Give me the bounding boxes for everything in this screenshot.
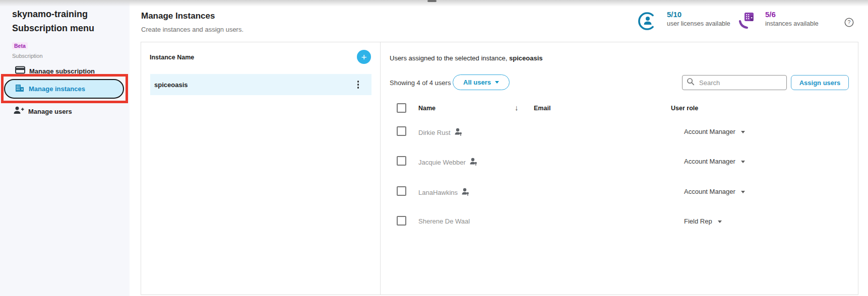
chevron-down-icon bbox=[718, 220, 722, 223]
sidebar-title-line1: skynamo-training bbox=[12, 7, 94, 21]
instance-name-column-header: Instance Name bbox=[150, 54, 194, 61]
user-role-dropdown[interactable]: Field Rep bbox=[684, 217, 722, 225]
panel-divider bbox=[380, 42, 381, 294]
user-name: Sherene De Waal bbox=[418, 217, 470, 225]
row-checkbox[interactable] bbox=[397, 126, 406, 136]
search-input[interactable] bbox=[698, 79, 782, 87]
sidebar-title: skynamo-training Subscription menu bbox=[12, 7, 94, 35]
sidebar-title-line2: Subscription menu bbox=[12, 21, 94, 35]
chevron-down-icon bbox=[741, 161, 745, 163]
showing-count-text: Showing 4 of 4 users bbox=[390, 79, 451, 87]
user-row: Dirkie Rust Account Manager bbox=[141, 125, 858, 137]
sidebar-item-manage-users[interactable]: Manage users bbox=[0, 105, 72, 118]
assign-users-button[interactable]: Assign users bbox=[791, 75, 849, 90]
chevron-down-icon bbox=[495, 81, 499, 84]
person-add-icon bbox=[13, 106, 24, 116]
user-filter-label: All users bbox=[463, 79, 491, 86]
user-role-dropdown[interactable]: Account Manager bbox=[684, 158, 745, 165]
card-icon bbox=[15, 66, 25, 76]
users-table-header: Name ↓ Email User role bbox=[141, 103, 858, 115]
user-licenses-label: user licenses available bbox=[667, 20, 730, 27]
sidebar-item-manage-instances[interactable]: Manage instances bbox=[4, 79, 124, 99]
row-checkbox[interactable] bbox=[397, 186, 406, 196]
user-name-text: Dirkie Rust bbox=[418, 129, 451, 136]
page-title: Manage Instances bbox=[141, 11, 215, 21]
user-filter-dropdown[interactable]: All users bbox=[453, 75, 510, 90]
users-panel-title-prefix: Users assigned to the selected instance, bbox=[390, 54, 509, 62]
sidebar-item-label: Manage instances bbox=[29, 85, 85, 93]
instance-row-spiceoasis[interactable]: spiceoasis bbox=[150, 74, 371, 95]
sort-descending-icon[interactable]: ↓ bbox=[515, 103, 519, 112]
users-panel-title: Users assigned to the selected instance,… bbox=[390, 54, 543, 62]
user-row: Jacquie Webber Account Manager bbox=[141, 155, 858, 167]
user-name: LanaHawkins bbox=[418, 188, 470, 197]
chevron-down-icon bbox=[741, 131, 745, 133]
user-name-text: Jacquie Webber bbox=[418, 159, 466, 166]
admin-key-person-icon bbox=[461, 188, 470, 197]
sidebar-item-label: Manage subscription bbox=[29, 67, 95, 75]
add-instance-button[interactable]: + bbox=[357, 50, 371, 64]
user-role-text: Account Manager bbox=[684, 188, 735, 195]
app-window: skynamo-training Subscription menu Beta … bbox=[0, 0, 868, 296]
user-row: Sherene De Waal Field Rep bbox=[141, 215, 858, 227]
select-all-checkbox[interactable] bbox=[397, 103, 406, 113]
sidebar-item-manage-subscription[interactable]: Manage subscription bbox=[0, 64, 95, 78]
user-role-dropdown[interactable]: Account Manager bbox=[684, 188, 745, 195]
kebab-menu-icon[interactable] bbox=[356, 79, 361, 90]
user-role-text: Field Rep bbox=[684, 217, 712, 225]
search-box[interactable] bbox=[682, 75, 787, 90]
instance-name: spiceoasis bbox=[154, 81, 188, 89]
user-name-text: LanaHawkins bbox=[418, 189, 458, 196]
row-checkbox[interactable] bbox=[397, 156, 406, 166]
user-role-dropdown[interactable]: Account Manager bbox=[684, 128, 745, 135]
admin-key-person-icon bbox=[454, 128, 463, 137]
users-panel-instance-name: spiceoasis bbox=[509, 54, 543, 62]
instances-label: instances available bbox=[765, 20, 819, 27]
chevron-down-icon bbox=[741, 191, 745, 193]
search-icon bbox=[687, 78, 695, 88]
beta-badge: Beta bbox=[12, 42, 28, 49]
column-header-email[interactable]: Email bbox=[534, 105, 550, 112]
instances-stat: 5/6 instances available bbox=[765, 10, 819, 27]
user-name-text: Sherene De Waal bbox=[418, 217, 470, 225]
svg-text:?: ? bbox=[848, 19, 851, 25]
sidebar: skynamo-training Subscription menu Beta … bbox=[0, 0, 130, 296]
user-role-text: Account Manager bbox=[684, 128, 735, 135]
user-role-text: Account Manager bbox=[684, 158, 735, 165]
user-gauge-icon bbox=[637, 11, 657, 33]
admin-key-person-icon bbox=[469, 158, 478, 167]
column-header-name[interactable]: Name bbox=[418, 105, 436, 112]
user-licenses-stat: 5/10 user licenses available bbox=[667, 10, 730, 27]
building-icon bbox=[15, 84, 24, 95]
instance-gauge-icon bbox=[738, 11, 757, 34]
help-icon[interactable]: ? bbox=[844, 18, 854, 27]
user-licenses-value: 5/10 bbox=[667, 10, 730, 19]
column-header-user-role: User role bbox=[671, 105, 698, 112]
sidebar-item-label: Manage users bbox=[28, 108, 72, 115]
scrollbar-thumb[interactable] bbox=[427, 0, 437, 2]
user-name: Dirkie Rust bbox=[418, 128, 463, 137]
row-checkbox[interactable] bbox=[397, 216, 406, 226]
user-row: LanaHawkins Account Manager bbox=[141, 185, 858, 197]
user-name: Jacquie Webber bbox=[418, 158, 478, 167]
manage-instances-card: Instance Name + spiceoasis Users assigne… bbox=[141, 42, 858, 295]
sidebar-section-label: Subscription bbox=[12, 53, 43, 59]
page-subtitle: Create instances and assign users. bbox=[141, 26, 243, 33]
instances-value: 5/6 bbox=[765, 10, 819, 19]
